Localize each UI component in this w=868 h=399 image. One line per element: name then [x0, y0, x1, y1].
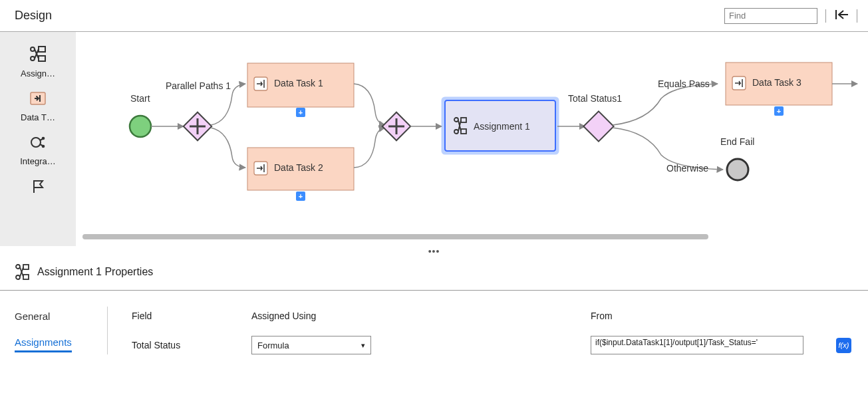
svg-point-40 — [16, 265, 20, 269]
col-assigned-using: Assigned Using — [251, 311, 591, 321]
divider — [857, 9, 857, 23]
edge — [211, 128, 245, 168]
collapse-left-icon[interactable] — [834, 9, 849, 23]
tab-general[interactable]: General — [15, 311, 107, 322]
palette-label: Integra… — [0, 156, 76, 166]
end-fail-node[interactable] — [727, 159, 748, 180]
svg-rect-5 — [39, 56, 45, 61]
task-label: Data Task 3 — [752, 77, 801, 88]
properties-tabs: General Assignments — [15, 307, 108, 354]
svg-point-10 — [31, 138, 41, 147]
svg-line-14 — [40, 144, 43, 146]
flag-icon — [31, 178, 45, 194]
svg-rect-4 — [39, 47, 45, 52]
svg-point-41 — [16, 275, 20, 279]
palette-label: Data T… — [0, 112, 76, 122]
svg-rect-42 — [23, 265, 29, 269]
field-name: Total Status — [132, 340, 251, 350]
svg-rect-43 — [23, 275, 29, 279]
gateway-decision[interactable] — [583, 111, 613, 141]
end-fail-label: End Fail — [720, 136, 754, 147]
task-label: Data Task 1 — [274, 78, 323, 88]
panel-resize-handle[interactable]: ••• — [0, 246, 868, 257]
palette-item-flag[interactable] — [0, 178, 76, 200]
edge — [354, 128, 385, 168]
col-field: Field — [132, 311, 251, 321]
col-from: From — [591, 311, 832, 321]
formula-editor-button[interactable]: f(x) — [836, 338, 851, 353]
start-node[interactable] — [130, 116, 151, 137]
tab-assignments[interactable]: Assignments — [15, 336, 72, 352]
data-task-icon — [29, 90, 47, 106]
assignment-icon — [15, 263, 31, 281]
node-data-task-3[interactable]: Data Task 3 + — [726, 63, 832, 116]
svg-text:+: + — [299, 108, 303, 116]
select-value: Formula — [257, 340, 289, 350]
properties-title: Assignment 1 Properties — [37, 266, 153, 278]
canvas-scrollbar[interactable] — [82, 234, 708, 239]
node-assignment-1[interactable]: Assignment 1 — [443, 98, 557, 153]
equals-label: Equals Pass — [658, 78, 710, 89]
flow-canvas[interactable]: Start Parallel Paths 1 Data Task 1 + — [76, 32, 868, 246]
chevron-down-icon: ▾ — [361, 341, 365, 350]
svg-line-13 — [40, 139, 43, 140]
integration-icon — [29, 134, 47, 150]
palette-label: Assign… — [0, 68, 76, 78]
start-label: Start — [130, 93, 150, 104]
decision-label: Total Status1 — [568, 93, 622, 104]
parallel-label: Parallel Paths 1 — [166, 80, 231, 91]
edge — [354, 84, 385, 125]
svg-text:+: + — [299, 192, 303, 200]
node-data-task-1[interactable]: Data Task 1 + — [247, 63, 354, 117]
palette: Assign… Data T… Integra… — [0, 32, 76, 246]
task-label: Data Task 2 — [274, 162, 323, 173]
edge — [613, 84, 718, 125]
assignment-label: Assignment 1 — [474, 121, 530, 132]
palette-item-integration[interactable]: Integra… — [0, 134, 76, 166]
palette-item-assignment[interactable]: Assign… — [0, 45, 76, 78]
page-title: Design — [15, 9, 52, 23]
assignment-icon — [29, 45, 47, 63]
divider — [825, 9, 826, 23]
assigned-using-select[interactable]: Formula ▾ — [251, 336, 371, 354]
svg-point-3 — [31, 57, 35, 61]
palette-item-data-task[interactable]: Data T… — [0, 90, 76, 122]
find-input[interactable] — [724, 8, 817, 24]
from-formula-input[interactable]: if($input.DataTask1[1]/output[1]/Task_St… — [591, 336, 803, 354]
node-data-task-2[interactable]: Data Task 2 + — [247, 148, 354, 201]
svg-point-2 — [31, 47, 35, 51]
svg-text:+: + — [777, 107, 781, 115]
assignment-row: Total Status Formula ▾ if($input.DataTas… — [132, 336, 853, 354]
otherwise-label: Otherwise — [666, 163, 708, 174]
